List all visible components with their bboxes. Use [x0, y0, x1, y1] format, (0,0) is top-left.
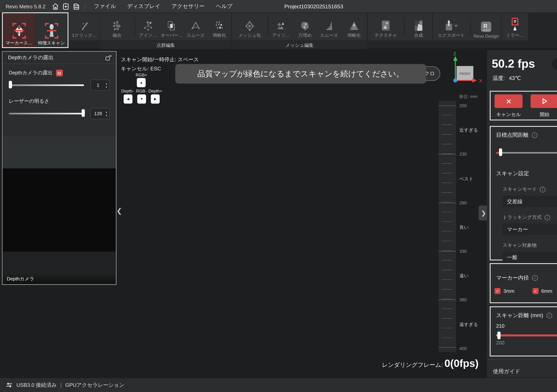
render-frame-label: レンダリングフレーム:: [382, 361, 443, 369]
ribbon-button-label: メッシュ化: [238, 33, 261, 38]
laser-label-row: レーザーの明るさ: [9, 98, 116, 105]
depth-scale-bar: [439, 101, 456, 352]
simplify-mesh-button[interactable]: 簡略化: [341, 13, 367, 41]
new-project-button[interactable]: [61, 2, 71, 11]
device-badge[interactable]: MetroY Pro: [552, 58, 557, 70]
ribbon-button-label: テクスチャ: [374, 33, 397, 38]
svg-text:R: R: [483, 23, 487, 29]
smooth-points-button[interactable]: スムーズ: [184, 13, 207, 41]
mesh-button[interactable]: メッシュ化: [232, 13, 267, 41]
scale-value: 200: [459, 103, 467, 108]
usage-guide-link[interactable]: 使用ガイド: [493, 368, 520, 375]
group-divider: [470, 17, 471, 36]
exposure-slider-track[interactable]: [9, 84, 84, 86]
texture-button[interactable]: テクスチャ: [368, 13, 403, 41]
ribbon-button-label: ミラー…: [506, 33, 524, 38]
menu-help[interactable]: ヘルプ: [210, 0, 238, 13]
overlap-button[interactable]: オーバー…: [160, 13, 184, 41]
scan-object-label-row: スキャン対象物: [502, 242, 557, 249]
cancel-hint: キャンセル: ESC: [121, 65, 161, 72]
marker-scan-button[interactable]: マーカース…: [3, 13, 35, 47]
depth-plus-key[interactable]: ▶: [151, 94, 160, 104]
spinner-arrows-icon[interactable]: ▲▼: [105, 82, 109, 88]
cancel-scan-button[interactable]: [494, 94, 523, 108]
status-bar: USB3.0 接続済み | GPUアクセラレーション: [0, 378, 557, 392]
info-icon[interactable]: i: [532, 275, 538, 281]
laser-value-spinner[interactable]: 128 ▲▼: [90, 108, 110, 119]
rgb-minus-key[interactable]: ▼: [137, 94, 146, 104]
open-project-button[interactable]: [71, 2, 82, 11]
start-scan-button[interactable]: [531, 94, 557, 108]
mirror-button[interactable]: ミラー…: [502, 13, 528, 41]
menu-accessories[interactable]: アクセサリー: [166, 0, 210, 13]
rgb-plus-key[interactable]: ▲: [137, 78, 146, 87]
scale-value: 330: [459, 249, 467, 253]
marker-6mm-option[interactable]: ✓ 6mm: [532, 288, 552, 294]
checkbox-checked-icon[interactable]: ✓: [494, 288, 500, 294]
exposure-value-spinner[interactable]: 1 ▲▼: [90, 80, 110, 91]
point-distance-track[interactable]: [496, 152, 557, 154]
mesh-icon: [244, 18, 255, 31]
laser-slider-track[interactable]: [9, 113, 84, 114]
feature-scan-button[interactable]: 特徴スキャン: [35, 13, 68, 47]
depth-plus-label: Depth+: [148, 89, 162, 93]
group-label-text: メッシュ編集: [286, 42, 314, 48]
ribbon-button-label: 穴埋め: [298, 33, 312, 38]
cancel-action: キャンセル: [494, 94, 523, 118]
gpu-status-text: GPUアクセラレーション: [65, 381, 124, 389]
ribbon-toolbar: マーカース… 特徴スキャン 1クリック… 融合: [0, 12, 557, 48]
info-icon[interactable]: i: [546, 313, 552, 318]
simplify-points-button[interactable]: 簡略化: [207, 13, 231, 41]
laser-slider-handle[interactable]: [82, 109, 85, 117]
app-title: Revo Metro 5.8.2: [6, 3, 45, 9]
menu-file[interactable]: ファイル: [88, 0, 122, 13]
smooth-mesh-button[interactable]: スムーズ: [317, 13, 341, 41]
marker-diameter-header: マーカー内径 i: [496, 274, 557, 282]
scale-line: [439, 106, 456, 106]
info-icon[interactable]: i: [544, 215, 550, 220]
export-button[interactable]: エクスポート: [433, 13, 469, 41]
axis-gizmo[interactable]: FRONT Z X: [448, 51, 484, 85]
scale-value: 280: [459, 200, 467, 205]
fill-holes-button[interactable]: 穴埋め: [293, 13, 317, 41]
scale-zone-good: 良い: [459, 224, 469, 230]
ribbon-button-label: マーカース…: [6, 40, 33, 46]
isolated-points-button[interactable]: アイソ…: [136, 13, 160, 41]
composite-button[interactable]: 合成: [405, 13, 432, 41]
scan-mode-dropdown[interactable]: 交差線 ▼: [502, 196, 557, 207]
scan-object-dropdown[interactable]: 一般 ▼: [502, 252, 557, 263]
exposure-slider-handle[interactable]: [9, 81, 12, 89]
scan-settings-header[interactable]: スキャン設定 ∨: [496, 170, 557, 177]
info-icon[interactable]: i: [532, 132, 537, 138]
rgb-plus-label: RGB+: [136, 72, 147, 77]
titlebar-divider: [85, 3, 85, 10]
ribbon-button-label: オーバー…: [161, 33, 183, 38]
group-label-mesh-edit: メッシュ編集: [232, 41, 367, 49]
checkbox-checked-icon[interactable]: ✓: [532, 288, 538, 294]
tracking-dropdown[interactable]: マーカー ▼: [502, 224, 557, 235]
scale-unit-label: 単位: mm: [459, 94, 478, 99]
isolated-mesh-button[interactable]: アイソ…: [269, 13, 293, 41]
marker-diameter-box: マーカー内径 i ✓ 3mm ✓ 6mm ✓ 10mm: [490, 263, 557, 303]
marker-3mm-option[interactable]: ✓ 3mm: [494, 288, 515, 294]
scan-distance-min-handle[interactable]: [497, 332, 501, 339]
info-icon[interactable]: i: [540, 187, 545, 192]
ribbon-button-label: 融合: [113, 33, 122, 38]
left-panel-collapse-button[interactable]: ❮: [116, 207, 122, 215]
home-button[interactable]: [50, 2, 61, 11]
spinner-arrows-icon[interactable]: ▲▼: [105, 111, 109, 117]
play-icon: [542, 98, 547, 104]
point-distance-handle[interactable]: [499, 148, 502, 156]
ribbon-button-label: Revo Design: [474, 34, 499, 38]
temperature-value: 43℃: [509, 75, 521, 82]
undock-button[interactable]: [105, 55, 112, 61]
manual-mode-badge[interactable]: M: [56, 70, 63, 76]
mesh-edit-group: メッシュ化 アイソ… 穴埋め スムーズ: [232, 13, 367, 41]
revo-design-button[interactable]: RDESIGN Revo Design: [472, 13, 501, 41]
marker-6mm-label: 6mm: [541, 288, 552, 294]
fusion-button[interactable]: 融合: [100, 13, 134, 41]
menu-display[interactable]: ディスプレイ: [122, 0, 166, 13]
depth-minus-key[interactable]: ◀: [124, 94, 132, 104]
usb-status-icon: [6, 383, 13, 388]
one-click-button[interactable]: 1クリック…: [69, 13, 100, 41]
